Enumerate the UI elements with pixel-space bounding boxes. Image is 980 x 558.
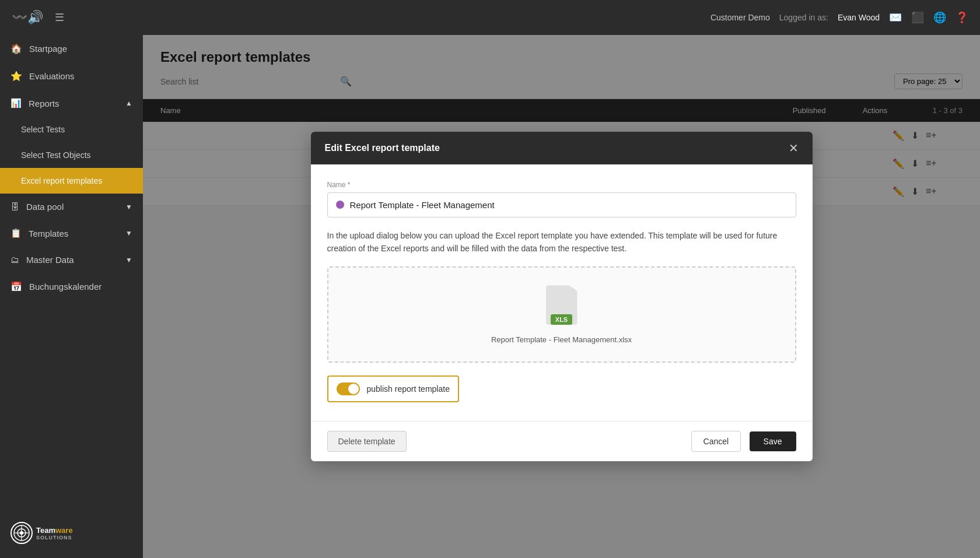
name-field: Report Template - Fleet Management <box>327 192 796 217</box>
sidebar-label-excel-report-templates: Excel report templates <box>21 176 102 185</box>
sidebar-label-select-tests: Select Tests <box>21 125 65 134</box>
tw-logo-circle <box>10 522 33 544</box>
help-icon[interactable]: ❓ <box>956 11 968 24</box>
teamware-logo: Teamware SOLUTIONS <box>10 522 73 544</box>
modal: Edit Excel report template ✕ Name * Repo… <box>311 132 813 462</box>
upload-area[interactable]: XLS Report Template - Fleet Management.x… <box>327 266 796 363</box>
file-name-label: Report Template - Fleet Management.xlsx <box>491 335 632 344</box>
sidebar-label-master-data: Master Data <box>26 255 74 265</box>
modal-description: In the upload dialog below you can uploa… <box>327 229 796 255</box>
masterdata-icon: 🗂 <box>10 255 19 265</box>
reports-chevron-icon: ▲ <box>125 99 132 107</box>
topbar: 〰️🔊 ☰ Customer Demo Logged in as: Evan W… <box>0 0 980 35</box>
sidebar-label-buchungskalender: Buchungskalender <box>29 282 102 292</box>
xls-file-icon: XLS <box>546 285 578 325</box>
publish-toggle[interactable] <box>337 382 360 395</box>
modal-title: Edit Excel report template <box>325 143 440 153</box>
sidebar-item-templates[interactable]: 📋 Templates ▼ <box>0 220 143 247</box>
logo: 〰️🔊 <box>12 10 43 25</box>
templates-chevron-icon: ▼ <box>125 229 132 237</box>
topbar-right: Customer Demo Logged in as: Evan Wood ✉️… <box>710 11 968 24</box>
modal-close-button[interactable]: ✕ <box>789 141 799 155</box>
modal-footer-right: Cancel Save <box>691 431 796 452</box>
sidebar-item-select-tests[interactable]: Select Tests <box>0 117 143 142</box>
publish-row[interactable]: publish report template <box>327 375 459 402</box>
sidebar-label-data-pool: Data pool <box>26 202 64 212</box>
sidebar: 🏠 Startpage ⭐ Evaluations 📊 Reports ▲ Se… <box>0 35 143 558</box>
main-content: Excel report templates 🔍 Pro page: 25 Na… <box>143 35 980 558</box>
masterdata-chevron-icon: ▼ <box>125 256 132 264</box>
datapool-chevron-icon: ▼ <box>125 203 132 211</box>
cancel-button[interactable]: Cancel <box>691 431 741 452</box>
sidebar-item-select-test-objects[interactable]: Select Test Objects <box>0 142 143 168</box>
name-dot-icon <box>336 201 344 209</box>
name-label: Name * <box>327 181 796 189</box>
toggle-knob <box>348 384 359 394</box>
delete-template-button[interactable]: Delete template <box>327 431 407 452</box>
sidebar-label-reports: Reports <box>29 99 60 108</box>
mail-icon[interactable]: ✉️ <box>889 11 902 24</box>
logo-icon: 〰️🔊 <box>12 10 43 25</box>
home-icon: 🏠 <box>10 43 22 54</box>
sidebar-label-evaluations: Evaluations <box>29 71 75 81</box>
sidebar-logo: Teamware SOLUTIONS <box>0 508 143 558</box>
globe-icon[interactable]: 🌐 <box>933 11 946 24</box>
name-value: Report Template - Fleet Management <box>350 200 495 210</box>
sidebar-label-startpage: Startpage <box>29 44 67 54</box>
publish-label: publish report template <box>367 384 450 394</box>
sidebar-item-excel-report-templates[interactable]: Excel report templates <box>0 168 143 194</box>
datapool-icon: 🗄 <box>10 202 19 212</box>
sidebar-item-startpage[interactable]: 🏠 Startpage <box>0 35 143 62</box>
sidebar-item-evaluations[interactable]: ⭐ Evaluations <box>0 62 143 90</box>
sidebar-item-data-pool[interactable]: 🗄 Data pool ▼ <box>0 194 143 220</box>
reports-icon: 📊 <box>10 98 22 108</box>
sidebar-label-templates: Templates <box>29 229 68 238</box>
modal-footer: Delete template Cancel Save <box>311 421 813 461</box>
logout-icon[interactable]: ⬛ <box>911 11 924 24</box>
star-icon: ⭐ <box>10 71 22 82</box>
xls-badge: XLS <box>551 314 572 325</box>
sidebar-item-reports[interactable]: 📊 Reports ▲ <box>0 90 143 117</box>
topbar-left: 〰️🔊 ☰ <box>12 10 64 25</box>
menu-toggle-icon[interactable]: ☰ <box>55 11 64 24</box>
sidebar-item-buchungskalender[interactable]: 📅 Buchungskalender <box>0 273 143 300</box>
modal-overlay: Edit Excel report template ✕ Name * Repo… <box>143 35 980 558</box>
calendar-icon: 📅 <box>10 281 22 292</box>
sidebar-label-select-test-objects: Select Test Objects <box>21 150 91 160</box>
username-label: Evan Wood <box>838 13 880 22</box>
modal-body: Name * Report Template - Fleet Managemen… <box>311 164 813 422</box>
customer-label: Customer Demo <box>710 13 770 22</box>
save-button[interactable]: Save <box>750 431 796 451</box>
modal-header: Edit Excel report template ✕ <box>311 132 813 164</box>
sidebar-item-master-data[interactable]: 🗂 Master Data ▼ <box>0 247 143 273</box>
logged-in-label: Logged in as: <box>779 13 828 22</box>
templates-icon: 📋 <box>10 228 22 238</box>
